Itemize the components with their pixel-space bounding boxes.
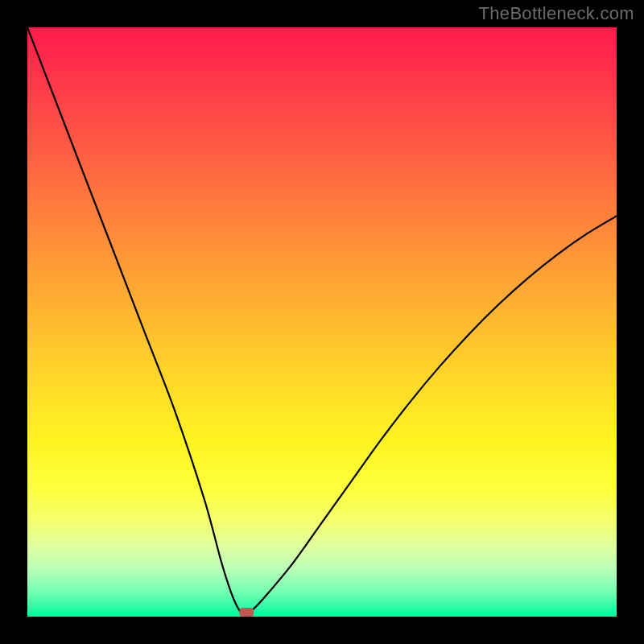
watermark-label: TheBottleneck.com xyxy=(479,3,634,24)
bottleneck-curve xyxy=(27,27,617,614)
chart-svg xyxy=(27,27,617,617)
chart-plot-area xyxy=(27,27,617,617)
optimal-point-marker xyxy=(239,608,254,617)
